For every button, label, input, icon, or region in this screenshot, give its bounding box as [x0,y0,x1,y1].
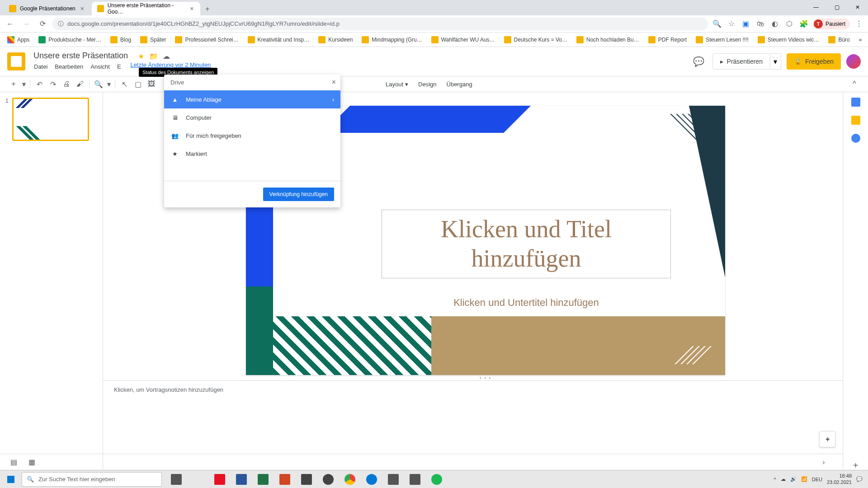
add-shortcut-button[interactable]: Verknüpfung hinzufügen [263,188,334,201]
bookmark-item[interactable]: Professionell Schrei… [171,34,242,45]
menu-insert[interactable]: E [114,61,124,72]
taskbar-app[interactable] [274,470,296,488]
tray-chevron-icon[interactable]: ^ [774,477,776,482]
bookmark-apps[interactable]: Apps [4,34,33,45]
star-icon[interactable]: ☆ [726,19,737,29]
zoom-button[interactable]: 🔍 [92,78,105,90]
profile-badge[interactable]: T Pausiert [813,19,850,29]
bookmark-item[interactable]: Steuern Videos wic… [754,34,823,45]
extension-icon[interactable]: ⬡ [784,19,795,29]
present-dropdown[interactable]: ▾ [770,53,781,70]
bookmark-item[interactable]: Blog [107,34,135,45]
forward-button[interactable]: → [20,18,33,30]
slide-thumbnail[interactable] [12,98,89,141]
slides-logo-icon[interactable] [7,52,25,70]
back-button[interactable]: ← [4,18,16,30]
close-window-button[interactable]: ✕ [847,0,868,14]
star-icon[interactable]: ★ [137,52,146,61]
new-tab-button[interactable]: + [201,3,214,15]
tray-cloud-icon[interactable]: ☁ [781,476,786,482]
bookmark-item[interactable]: Mindmapping (Gru… [358,34,425,45]
undo-button[interactable]: ↶ [33,78,46,90]
textbox-tool[interactable]: ▢ [132,78,144,90]
extensions-menu-icon[interactable]: 🧩 [798,19,809,29]
tray-language[interactable]: DEU [812,477,822,482]
minimize-button[interactable]: — [806,0,826,14]
bookmark-item[interactable]: Später [137,34,170,45]
slide-title-placeholder[interactable]: Klicken und Titel hinzufügen [382,210,671,278]
reload-button[interactable]: ⟳ [36,18,49,30]
hide-panel-button[interactable]: › [817,456,830,469]
bookmark-item[interactable]: Kursideen [315,34,356,45]
close-icon[interactable]: × [332,78,336,86]
taskbar-app[interactable] [382,470,404,488]
task-view-button[interactable] [165,470,187,488]
share-button[interactable]: 🔒 Freigeben [787,53,841,70]
bookmark-item[interactable]: PDF Report [645,34,690,45]
taskbar-search[interactable]: 🔍 Zur Suche Text hier eingeben [22,472,162,487]
browser-tab-active[interactable]: Unsere erste Präsentation - Goo… × [92,2,200,15]
popup-item-computer[interactable]: 🖥 Computer [164,108,340,127]
bookmark-item[interactable]: Produktsuche - Mer… [35,34,105,45]
keep-icon[interactable] [851,116,860,125]
add-addon-button[interactable]: + [851,461,860,470]
browser-tab[interactable]: Google Präsentationen × [4,2,91,15]
extension-icon[interactable]: 🛍 [755,19,766,29]
redo-button[interactable]: ↷ [47,78,59,90]
select-tool[interactable]: ↖ [118,78,131,90]
taskbar-app[interactable] [187,470,209,488]
transition-button[interactable]: Übergang [442,78,477,90]
popup-item-my-drive[interactable]: ▲ Meine Ablage › [164,90,340,108]
bookmark-item[interactable]: Büro [825,34,853,45]
print-button[interactable]: 🖨 [60,78,73,90]
taskbar-app[interactable] [426,470,448,488]
close-icon[interactable]: × [189,5,195,12]
url-input[interactable]: ⓘ docs.google.com/presentation/d/1je40CL… [52,18,708,30]
design-button[interactable]: Design [414,78,441,90]
speaker-notes[interactable]: Klicken, um Vortragsnotizen hinzuzufügen [103,380,868,402]
bookmark-item[interactable]: Steuern Lesen !!!! [692,34,752,45]
move-icon[interactable]: 📁 [149,52,158,61]
filmstrip-view-button[interactable]: ▤ [7,456,20,469]
bookmark-item[interactable]: Wahlfächer WU Aus… [428,34,499,45]
extension-icon[interactable]: ▣ [741,19,751,29]
cloud-status-icon[interactable]: ☁ [162,52,171,61]
layout-button[interactable]: Layout▾ [381,78,413,90]
explore-button[interactable]: ✦ [819,431,835,447]
taskbar-app[interactable] [317,470,339,488]
maximize-button[interactable]: ▢ [826,0,847,14]
start-button[interactable] [0,470,22,488]
notifications-icon[interactable]: 💬 [856,476,863,482]
paint-format-button[interactable]: 🖌 [74,78,86,90]
taskbar-app[interactable] [231,470,252,488]
bookmark-item[interactable]: Noch hochladen Bu… [573,34,643,45]
taskbar-app[interactable] [209,470,231,488]
present-button[interactable]: ▸ Präsentieren [712,53,770,70]
bookmark-item[interactable]: Deutsche Kurs = Vo… [500,34,571,45]
taskbar-app-chrome[interactable] [339,470,361,488]
menu-view[interactable]: Ansicht [87,61,113,72]
new-slide-button[interactable]: + [7,78,20,90]
collapse-toolbar-button[interactable]: ^ [848,78,861,90]
bookmark-item[interactable]: Kreativität und Insp… [244,34,313,45]
new-slide-dropdown[interactable]: ▾ [21,78,27,90]
close-icon[interactable]: × [79,5,85,12]
taskbar-app[interactable] [252,470,274,488]
image-tool[interactable]: 🖼 [145,78,158,90]
taskbar-app[interactable] [296,470,317,488]
tray-volume-icon[interactable]: 🔊 [790,476,797,482]
slide-subtitle-placeholder[interactable]: Klicken und Untertitel hinzufügen [382,292,671,314]
grid-view-button[interactable]: ▦ [25,456,38,469]
notes-resize-handle[interactable]: • • • [103,375,868,380]
tasks-icon[interactable] [851,134,860,143]
comments-icon[interactable]: 💬 [691,53,707,70]
zoom-icon[interactable]: 🔍 [712,19,722,29]
document-title[interactable]: Unsere erste Präsentation [31,50,131,61]
calendar-icon[interactable] [851,98,860,107]
bookmarks-overflow[interactable]: » [855,35,866,45]
zoom-dropdown[interactable]: ▾ [106,78,112,90]
tray-network-icon[interactable]: 📶 [801,476,807,482]
browser-menu-icon[interactable]: ⋮ [854,19,864,29]
popup-item-starred[interactable]: ★ Markiert [164,145,340,163]
extension-icon[interactable]: ◐ [769,19,780,29]
